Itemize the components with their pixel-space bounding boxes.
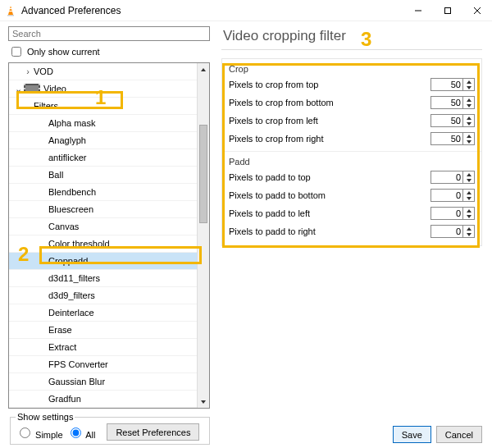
spin-buttons[interactable] <box>463 78 475 91</box>
window-maximize-button[interactable] <box>433 0 462 21</box>
svg-rect-10 <box>24 84 25 85</box>
spin-down-icon[interactable] <box>463 195 474 201</box>
spin-buttons[interactable] <box>463 114 475 127</box>
only-show-current-checkbox[interactable] <box>11 47 21 57</box>
padd-row: Pixels to padd to top <box>222 168 481 186</box>
group-padd-heading: Padd <box>222 151 481 168</box>
svg-marker-0 <box>8 6 13 15</box>
spin-up-icon[interactable] <box>463 79 474 85</box>
crop-input[interactable] <box>430 96 463 109</box>
crop-row: Pixels to crop from top <box>222 75 481 94</box>
crop-input[interactable] <box>430 114 463 127</box>
crop-row: Pixels to crop from right <box>222 130 481 148</box>
padd-label: Pixels to padd to bottom <box>229 190 430 200</box>
search-input[interactable] <box>8 26 210 41</box>
cancel-button[interactable]: Cancel <box>436 426 482 443</box>
tree-item[interactable]: Extract <box>9 339 197 356</box>
tree-item[interactable]: Erase <box>9 322 197 339</box>
tree-item[interactable]: Gradfun <box>9 391 197 408</box>
spin-up-icon[interactable] <box>463 208 474 213</box>
padd-input[interactable] <box>430 207 463 220</box>
padd-input[interactable] <box>430 171 463 184</box>
tree-item-filters[interactable]: ⌄Filters <box>9 98 197 115</box>
window-titlebar: Advanced Preferences <box>0 0 492 21</box>
tree-item[interactable]: d3d9_filters <box>9 287 197 304</box>
spin-down-icon[interactable] <box>463 177 474 183</box>
tree-item[interactable]: Ball <box>9 167 197 184</box>
padd-row: Pixels to padd to right <box>222 222 481 240</box>
save-button[interactable]: Save <box>393 426 431 443</box>
tree-item[interactable]: Alpha mask <box>9 115 197 132</box>
tree-item[interactable]: Croppadd <box>9 253 197 270</box>
spin-buttons[interactable] <box>463 132 475 145</box>
padd-row: Pixels to padd to bottom <box>222 186 481 204</box>
svg-rect-3 <box>9 11 13 11</box>
spin-down-icon[interactable] <box>463 103 474 108</box>
spin-buttons[interactable] <box>463 189 475 202</box>
only-show-current-label: Only show current <box>27 47 100 57</box>
svg-rect-1 <box>7 15 14 16</box>
spin-up-icon[interactable] <box>463 133 474 139</box>
spin-down-icon[interactable] <box>463 139 474 144</box>
crop-label: Pixels to crop from top <box>229 80 430 89</box>
tree-scrollbar[interactable] <box>197 63 209 408</box>
crop-input[interactable] <box>430 78 463 91</box>
tree-item[interactable]: Color threshold <box>9 235 197 253</box>
show-settings-legend: Show settings <box>16 412 75 422</box>
tree-item[interactable]: Blendbench <box>9 184 197 201</box>
crop-input[interactable] <box>430 132 463 145</box>
spin-down-icon[interactable] <box>463 213 474 219</box>
tree-item[interactable]: antiflicker <box>9 149 197 167</box>
window-close-button[interactable] <box>462 0 492 21</box>
show-settings-simple[interactable]: Simple <box>16 425 63 440</box>
tree-item-video[interactable]: ⌄Video <box>9 80 197 98</box>
padd-input[interactable] <box>430 225 463 238</box>
svg-rect-15 <box>39 92 40 94</box>
padd-label: Pixels to padd to right <box>229 226 430 236</box>
tree-item[interactable]: Deinterlace <box>9 304 197 322</box>
svg-rect-5 <box>445 7 451 13</box>
tree-item[interactable]: Gaussian Blur <box>9 373 197 391</box>
only-show-current-row[interactable]: Only show current <box>8 44 212 59</box>
tree-item-vod[interactable]: ›VOD <box>9 63 197 80</box>
reset-preferences-button[interactable]: Reset Preferences <box>107 423 199 441</box>
svg-rect-14 <box>39 88 40 89</box>
spin-up-icon[interactable] <box>463 190 474 195</box>
padd-input[interactable] <box>430 189 463 202</box>
spin-buttons[interactable] <box>463 171 475 184</box>
crop-row: Pixels to crop from left <box>222 112 481 130</box>
tree-item[interactable]: FPS Converter <box>9 356 197 373</box>
spin-buttons[interactable] <box>463 96 475 109</box>
tree-item[interactable]: Canvas <box>9 218 197 235</box>
left-panel: Only show current ›VOD⌄Video⌄FiltersAlph… <box>0 21 215 448</box>
tree-item[interactable]: Bluescreen <box>9 201 197 218</box>
window-minimize-button[interactable] <box>403 0 433 21</box>
spin-up-icon[interactable] <box>463 171 474 177</box>
scroll-thumb[interactable] <box>199 125 207 223</box>
show-settings-all[interactable]: All <box>66 425 96 440</box>
right-panel: Video cropping filter Crop Pixels to cro… <box>215 21 492 448</box>
spin-buttons[interactable] <box>463 207 475 220</box>
padd-row: Pixels to padd to left <box>222 204 481 222</box>
scroll-up-icon[interactable] <box>198 63 209 75</box>
crop-label: Pixels to crop from left <box>229 116 430 126</box>
spin-up-icon[interactable] <box>463 97 474 103</box>
spin-up-icon[interactable] <box>463 226 474 231</box>
scroll-down-icon[interactable] <box>198 395 209 408</box>
panel-title: Video cropping filter <box>221 26 482 50</box>
svg-rect-13 <box>39 84 40 85</box>
spin-down-icon[interactable] <box>463 85 474 90</box>
tree-item[interactable]: d3d11_filters <box>9 270 197 287</box>
spin-up-icon[interactable] <box>463 115 474 121</box>
spin-down-icon[interactable] <box>463 121 474 126</box>
spin-buttons[interactable] <box>463 225 475 238</box>
spin-down-icon[interactable] <box>463 231 474 237</box>
group-crop-heading: Crop <box>222 59 481 75</box>
tree-item[interactable]: Anaglyph <box>9 132 197 149</box>
preferences-tree: ›VOD⌄Video⌄FiltersAlpha maskAnaglyphanti… <box>8 62 210 409</box>
settings-form: Crop Pixels to crop from topPixels to cr… <box>221 58 482 246</box>
svg-rect-2 <box>9 8 12 9</box>
svg-rect-9 <box>25 85 39 92</box>
svg-rect-12 <box>24 92 25 94</box>
svg-rect-11 <box>24 88 25 89</box>
